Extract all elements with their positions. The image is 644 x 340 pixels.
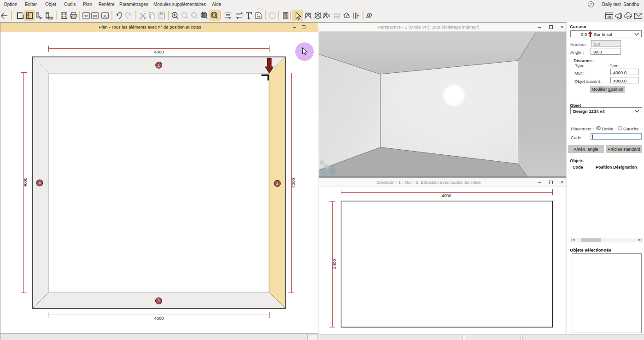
svg-text:4000: 4000 (23, 177, 28, 187)
svg-text:2400: 2400 (332, 259, 337, 269)
svg-text:3C: 3C (102, 14, 108, 18)
svg-text:4: 4 (39, 181, 41, 185)
svg-text:1: 1 (158, 63, 160, 68)
svg-text:4000: 4000 (291, 178, 296, 188)
svg-text:4000: 4000 (441, 193, 451, 198)
svg-text:3: 3 (158, 299, 160, 303)
svg-text:pn: pn (93, 14, 97, 18)
svg-text:4000: 4000 (154, 316, 164, 321)
svg-text:sc: sc (84, 14, 88, 18)
svg-text:2: 2 (276, 181, 279, 186)
svg-text:4000: 4000 (154, 49, 164, 54)
